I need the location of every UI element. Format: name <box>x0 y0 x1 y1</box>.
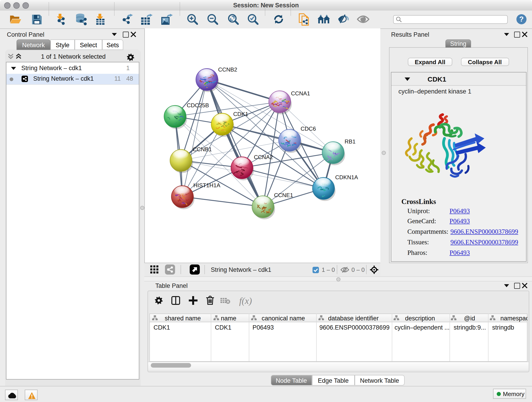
svg-text:CCNA1: CCNA1 <box>291 90 310 96</box>
svg-text:CCNE1: CCNE1 <box>274 192 293 198</box>
svg-text:RB1: RB1 <box>344 138 355 145</box>
svg-text:CDC25B: CDC25B <box>186 102 209 108</box>
svg-text:CDC6: CDC6 <box>300 126 316 132</box>
svg-text:CDKN1A: CDKN1A <box>335 174 358 180</box>
svg-text:HIST1H1A: HIST1H1A <box>193 182 220 188</box>
svg-text:CCNB2: CCNB2 <box>218 66 237 73</box>
svg-text:CCNA2: CCNA2 <box>254 154 273 160</box>
svg-text:CDK1: CDK1 <box>233 111 248 117</box>
svg-text:CCNB1: CCNB1 <box>192 146 211 153</box>
